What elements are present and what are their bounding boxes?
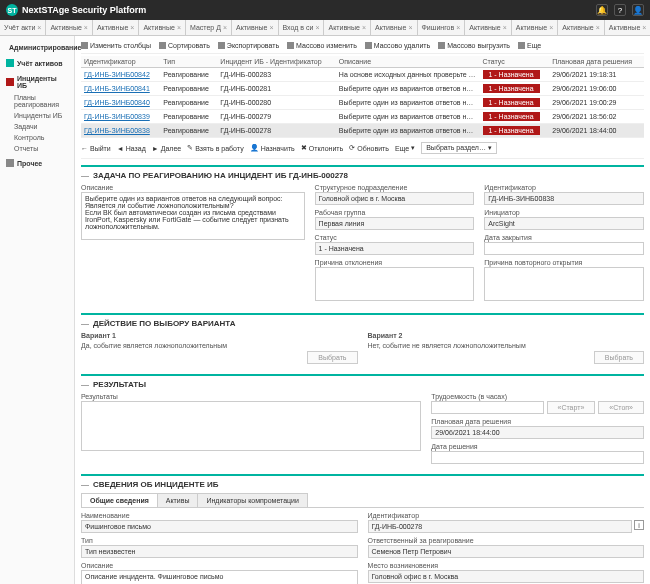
grid-header-row: ИдентификаторТипИнцидент ИБ - Идентифика… <box>81 56 644 68</box>
section-dropdown[interactable]: Выбрать раздел… ▾ <box>421 142 497 154</box>
toolbar-button[interactable]: Массово изменить <box>287 42 357 49</box>
next-button[interactable]: ► Далее <box>152 142 181 154</box>
close-icon[interactable]: × <box>84 24 88 31</box>
row-id-link[interactable]: ГД-ИНБ-ЗИНБ00839 <box>84 113 150 120</box>
sidebar-admin[interactable]: Администрирование <box>0 40 74 54</box>
top-tab[interactable]: Активные× <box>324 20 371 35</box>
inc-desc-field[interactable]: Описание инцидента. Фишинговое письмо <box>81 570 358 584</box>
sidebar-item[interactable]: Задачи <box>0 121 74 132</box>
sidebar-item[interactable]: Планы реагирования <box>0 92 74 110</box>
reopen-field[interactable] <box>484 267 644 301</box>
refresh-button[interactable]: ⟳ Обновить <box>349 142 389 154</box>
actual-field[interactable] <box>431 451 644 464</box>
toolbar-button[interactable]: Изменить столбцы <box>81 42 151 49</box>
close-icon[interactable]: × <box>549 24 553 31</box>
top-tab[interactable]: Мастер Д× <box>186 20 232 35</box>
row-id-link[interactable]: ГД-ИНБ-ЗИНБ00840 <box>84 99 150 106</box>
top-tab[interactable]: Активные× <box>93 20 140 35</box>
grid-header[interactable]: Плановая дата решения <box>549 56 644 68</box>
grid-header[interactable]: Идентификатор <box>81 56 160 68</box>
reason-field[interactable] <box>315 267 475 301</box>
sidebar-incidents[interactable]: Инциденты ИБ <box>0 72 74 92</box>
stop-button[interactable]: «Стоп» <box>598 401 644 414</box>
grid-header[interactable]: Описание <box>336 56 480 68</box>
v1-select-button[interactable]: Выбрать <box>307 351 357 364</box>
sidebar-item[interactable]: Отчеты <box>0 143 74 154</box>
grid-header[interactable]: Статус <box>480 56 550 68</box>
exit-button[interactable]: ← Выйти <box>81 142 111 154</box>
sidebar-other[interactable]: Прочее <box>0 156 74 170</box>
reject-button[interactable]: ✖ Отклонить <box>301 142 343 154</box>
grid-header[interactable]: Инцидент ИБ - Идентификатор <box>217 56 335 68</box>
start-button[interactable]: «Старт» <box>547 401 596 414</box>
table-row[interactable]: ГД-ИНБ-ЗИНБ00838РеагированиеГД-ИНБ-00027… <box>81 124 644 138</box>
effort-field[interactable] <box>431 401 543 414</box>
more-button[interactable]: Еще ▾ <box>395 142 415 154</box>
top-tab[interactable]: Активные× <box>371 20 418 35</box>
user-icon[interactable]: 👤 <box>632 4 644 16</box>
close-icon[interactable]: × <box>456 24 460 31</box>
sidebar: Администрирование Учёт активов Инциденты… <box>0 36 75 584</box>
close-icon[interactable]: × <box>642 24 646 31</box>
v2-select-button[interactable]: Выбрать <box>594 351 644 364</box>
close-icon[interactable]: × <box>177 24 181 31</box>
collapse-icon[interactable]: — <box>81 380 89 389</box>
close-icon[interactable]: × <box>130 24 134 31</box>
close-icon[interactable]: × <box>503 24 507 31</box>
take-button[interactable]: ✎ Взять в работу <box>187 142 243 154</box>
assign-button[interactable]: 👤 Назначить <box>250 142 295 154</box>
collapse-icon[interactable]: — <box>81 480 89 489</box>
task-section: —ЗАДАЧА ПО РЕАГИРОВАНИЮ НА ИНЦИДЕНТ ИБ Г… <box>81 165 644 307</box>
incident-subtab[interactable]: Активы <box>157 493 199 507</box>
closedate-field[interactable] <box>484 242 644 255</box>
table-row[interactable]: ГД-ИНБ-ЗИНБ00840РеагированиеГД-ИНБ-00028… <box>81 96 644 110</box>
closedate-label: Дата закрытия <box>484 234 644 241</box>
v2-text: Нет, событие не является ложноположитель… <box>368 340 645 351</box>
help-icon[interactable]: ? <box>614 4 626 16</box>
close-icon[interactable]: × <box>37 24 41 31</box>
toolbar-button[interactable]: Массово выгрузить <box>438 42 510 49</box>
results-field[interactable] <box>81 401 421 451</box>
close-icon[interactable]: × <box>408 24 412 31</box>
collapse-icon[interactable]: — <box>81 171 89 180</box>
close-icon[interactable]: × <box>362 24 366 31</box>
table-row[interactable]: ГД-ИНБ-ЗИНБ00842РеагированиеГД-ИНБ-00028… <box>81 68 644 82</box>
top-tab[interactable]: Активные× <box>558 20 605 35</box>
row-id-link[interactable]: ГД-ИНБ-ЗИНБ00841 <box>84 85 150 92</box>
toolbar-button[interactable]: Еще <box>518 42 541 49</box>
grid-header[interactable]: Тип <box>160 56 217 68</box>
close-icon[interactable]: × <box>315 24 319 31</box>
toolbar-button[interactable]: Экспортировать <box>218 42 279 49</box>
collapse-icon[interactable]: — <box>81 319 89 328</box>
sidebar-assets[interactable]: Учёт активов <box>0 56 74 70</box>
top-tab[interactable]: Вход в си× <box>279 20 325 35</box>
row-id-link[interactable]: ГД-ИНБ-ЗИНБ00842 <box>84 71 150 78</box>
status-field: 1 - Назначена <box>315 242 475 255</box>
prev-button[interactable]: ◄ Назад <box>117 142 146 154</box>
top-tab[interactable]: Активные× <box>139 20 186 35</box>
table-row[interactable]: ГД-ИНБ-ЗИНБ00839РеагированиеГД-ИНБ-00027… <box>81 110 644 124</box>
top-tab[interactable]: Активные× <box>512 20 559 35</box>
top-tab[interactable]: Учёт акти× <box>0 20 46 35</box>
group-field: Первая линия <box>315 217 475 230</box>
incident-subtab[interactable]: Индикаторы компрометации <box>197 493 307 507</box>
sidebar-item[interactable]: Инциденты ИБ <box>0 110 74 121</box>
task-desc[interactable]: Выберите один из вариантов ответов на сл… <box>81 192 305 240</box>
top-tab[interactable]: Фишингов× <box>418 20 466 35</box>
sidebar-item[interactable]: Контроль <box>0 132 74 143</box>
top-tab[interactable]: Активные× <box>46 20 93 35</box>
toolbar-button[interactable]: Массово удалить <box>365 42 430 49</box>
table-row[interactable]: ГД-ИНБ-ЗИНБ00841РеагированиеГД-ИНБ-00028… <box>81 82 644 96</box>
top-tab[interactable]: Активные× <box>605 20 650 35</box>
unit-field: Головной офис в г. Москва <box>315 192 475 205</box>
close-icon[interactable]: × <box>223 24 227 31</box>
toolbar-button[interactable]: Сортировать <box>159 42 210 49</box>
top-tab[interactable]: Активные× <box>465 20 512 35</box>
row-id-link[interactable]: ГД-ИНБ-ЗИНБ00838 <box>84 127 150 134</box>
incident-subtab[interactable]: Общие сведения <box>81 493 158 507</box>
top-tab[interactable]: Активные× <box>232 20 279 35</box>
close-icon[interactable]: × <box>596 24 600 31</box>
close-icon[interactable]: × <box>269 24 273 31</box>
info-icon[interactable]: i <box>634 520 644 530</box>
notifications-icon[interactable]: 🔔 <box>596 4 608 16</box>
